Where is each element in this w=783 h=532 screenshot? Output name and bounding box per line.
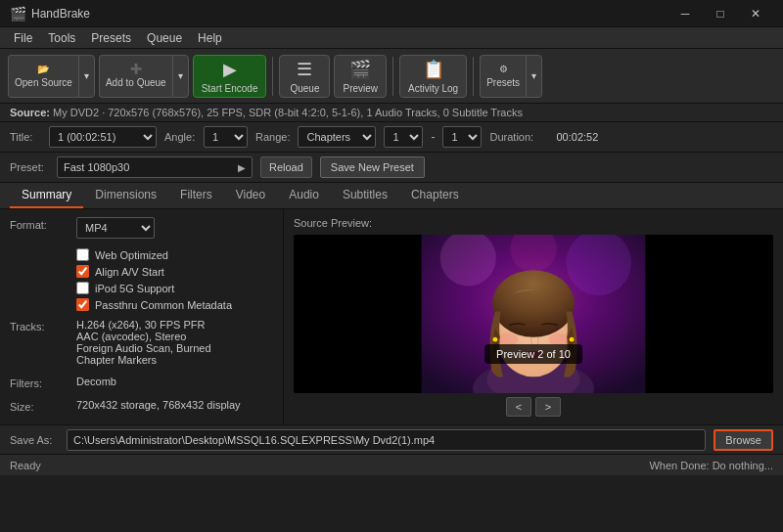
menu-queue[interactable]: Queue [139, 29, 190, 47]
ipod-support-row: iPod 5G Support [76, 282, 273, 294]
format-label: Format: [10, 217, 69, 231]
size-row: Size: 720x432 storage, 768x432 display [10, 399, 273, 413]
tab-chapters[interactable]: Chapters [399, 183, 471, 208]
activity-log-button[interactable]: 📋 Activity Log [399, 55, 467, 98]
ipod-support-checkbox[interactable] [76, 282, 89, 294]
saveas-label: Save As: [10, 434, 59, 446]
app-title: HandBrake [31, 7, 668, 21]
status-when-done: When Done: Do nothing... [649, 460, 773, 471]
minimize-button[interactable]: ─ [668, 0, 703, 27]
reload-button[interactable]: Reload [260, 156, 312, 178]
preview-nav: < > [294, 397, 773, 417]
status-ready: Ready [10, 460, 41, 471]
web-optimized-label: Web Optimized [95, 249, 168, 261]
toolbar-separator-2 [392, 57, 393, 96]
preset-value: Fast 1080p30 [64, 161, 129, 173]
tab-filters[interactable]: Filters [168, 183, 224, 208]
svg-point-18 [492, 270, 575, 337]
presets-button[interactable]: ⚙ Presets ▾ [480, 55, 542, 98]
chapter-from-select[interactable]: 1 [384, 126, 423, 148]
toolbar-separator-1 [272, 57, 273, 96]
checkboxes-group: Web Optimized Align A/V Start iPod 5G Su… [76, 248, 273, 311]
toolbar-separator-3 [473, 57, 474, 96]
title-bar: 🎬 HandBrake ─ □ ✕ [0, 0, 783, 27]
browse-button[interactable]: Browse [714, 429, 773, 451]
start-icon: ▶ [223, 59, 237, 80]
svg-point-20 [570, 337, 575, 342]
source-value: My DVD2 · 720x576 (768x576), 25 FPS, SDR… [53, 107, 523, 118]
preview-container: Preview 2 of 10 [294, 235, 773, 393]
ipod-support-label: iPod 5G Support [95, 283, 174, 294]
track-line-3: Foreign Audio Scan, Burned [76, 342, 273, 354]
tabs-row: Summary Dimensions Filters Video Audio S… [0, 183, 783, 209]
queue-label: Queue [290, 83, 319, 94]
menu-help[interactable]: Help [190, 29, 230, 47]
tracks-label: Tracks: [10, 319, 69, 332]
size-label: Size: [10, 399, 69, 413]
duration-value: 00:02:52 [556, 131, 598, 143]
filters-value: Decomb [76, 376, 273, 387]
format-select[interactable]: MP4 MKV [76, 217, 155, 239]
start-encode-button[interactable]: ▶ Start Encode [193, 55, 267, 98]
align-av-row: Align A/V Start [76, 265, 273, 278]
preview-next-button[interactable]: > [535, 397, 561, 417]
activity-log-icon: 📋 [423, 59, 444, 80]
filters-row: Filters: Decomb [10, 376, 273, 389]
presets-label: Presets [486, 77, 520, 88]
track-line-4: Chapter Markers [76, 354, 273, 366]
menu-file[interactable]: File [6, 29, 40, 47]
source-label: Source: [10, 107, 53, 118]
saveas-input[interactable] [67, 429, 706, 451]
web-optimized-row: Web Optimized [76, 248, 273, 261]
status-bar: Ready When Done: Do nothing... [0, 454, 783, 475]
tab-dimensions[interactable]: Dimensions [83, 183, 168, 208]
preview-overlay: Preview 2 of 10 [484, 344, 582, 364]
left-panel: Format: MP4 MKV Web Optimized Align A/V … [0, 209, 284, 424]
controls-row: Title: 1 (00:02:51) Angle: 1 Range: Chap… [0, 122, 783, 153]
app-icon: 🎬 [10, 6, 25, 22]
add-to-queue-button[interactable]: ➕ Add to Queue ▾ [99, 55, 189, 98]
when-done-label: When Done: [649, 460, 709, 471]
tab-subtitles[interactable]: Subtitles [331, 183, 399, 208]
preset-row: Preset: Fast 1080p30 ▶ Reload Save New P… [0, 153, 783, 183]
preset-field[interactable]: Fast 1080p30 ▶ [57, 156, 253, 178]
preview-icon: 🎬 [349, 59, 371, 80]
chapter-to-select[interactable]: 1 [442, 126, 482, 148]
right-panel: Source Preview: [284, 209, 783, 424]
align-av-checkbox[interactable] [76, 265, 89, 278]
track-line-1: H.264 (x264), 30 FPS PFR [76, 319, 273, 331]
saveas-row: Save As: Browse [0, 424, 783, 454]
tab-video[interactable]: Video [224, 183, 277, 208]
tracks-row: Tracks: H.264 (x264), 30 FPS PFR AAC (av… [10, 319, 273, 366]
menu-bar: File Tools Presets Queue Help [0, 27, 783, 49]
queue-icon: ☰ [297, 59, 312, 80]
open-source-label: Open Source [15, 77, 72, 88]
save-new-preset-button[interactable]: Save New Preset [320, 156, 425, 178]
queue-button[interactable]: ☰ Queue [279, 55, 330, 98]
open-source-icon: 📂 [37, 64, 49, 74]
preset-label: Preset: [10, 161, 49, 173]
open-source-button[interactable]: 📂 Open Source ▾ [8, 55, 95, 98]
menu-presets[interactable]: Presets [83, 29, 139, 47]
tab-audio[interactable]: Audio [277, 183, 331, 208]
range-label: Range: [255, 131, 290, 143]
title-select[interactable]: 1 (00:02:51) [49, 126, 157, 148]
preview-prev-button[interactable]: < [506, 397, 531, 417]
start-encode-label: Start Encode [202, 83, 258, 94]
align-av-label: Align A/V Start [95, 266, 164, 278]
menu-tools[interactable]: Tools [40, 29, 83, 47]
web-optimized-checkbox[interactable] [76, 248, 89, 261]
source-preview-label: Source Preview: [294, 217, 773, 229]
range-to-label: - [431, 130, 435, 144]
title-label: Title: [10, 131, 41, 143]
window-controls: ─ □ ✕ [668, 0, 773, 27]
angle-select[interactable]: 1 [204, 126, 248, 148]
preview-button[interactable]: 🎬 Preview [334, 55, 387, 98]
tab-summary[interactable]: Summary [10, 183, 83, 208]
source-bar: Source: My DVD2 · 720x576 (768x576), 25 … [0, 104, 783, 122]
range-select[interactable]: Chapters [298, 126, 376, 148]
when-done-value: Do nothing... [713, 460, 773, 471]
close-button[interactable]: ✕ [738, 0, 773, 27]
maximize-button[interactable]: □ [703, 0, 738, 27]
passthru-metadata-checkbox[interactable] [76, 298, 89, 311]
